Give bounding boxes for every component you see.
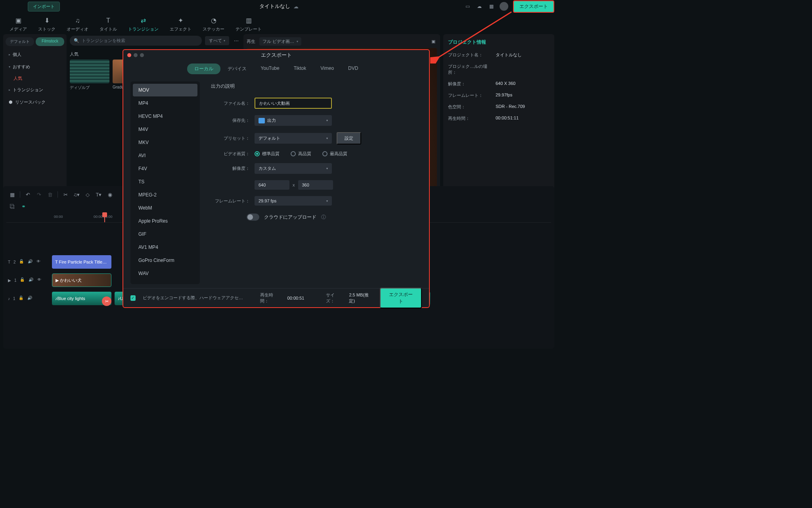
mute-icon[interactable]: 🔊 — [29, 277, 34, 283]
sidebar-sub-popular[interactable]: 人気 — [6, 74, 64, 83]
tab-sticker[interactable]: ◔ステッカー — [197, 17, 230, 32]
format-f4v[interactable]: F4V — [133, 162, 197, 175]
format-hevc[interactable]: HEVC MP4 — [133, 110, 197, 123]
title-text: タイトルなし — [259, 3, 290, 10]
tab-media[interactable]: ▣メディア — [4, 17, 33, 32]
tab-local[interactable]: ローカル — [187, 64, 220, 74]
mute-icon[interactable]: 🔊 — [28, 259, 33, 265]
maximize-icon[interactable] — [140, 53, 144, 57]
format-wav[interactable]: WAV — [133, 267, 197, 280]
marker-icon[interactable]: ◉ — [106, 191, 113, 198]
export-button[interactable]: エクスポート — [513, 0, 554, 13]
undo-icon[interactable]: ↶ — [24, 191, 31, 198]
format-gif[interactable]: GIF — [133, 228, 197, 241]
cut-badge-icon[interactable]: ✂ — [102, 296, 111, 306]
saveto-select[interactable]: 出力 ▾ — [255, 115, 332, 126]
grid-icon[interactable]: ▦ — [488, 3, 495, 10]
tab-audio[interactable]: ♫オーディオ — [61, 17, 94, 32]
quality-high[interactable]: 高品質 — [291, 151, 311, 157]
media-icon: ▣ — [14, 17, 23, 25]
nest-icon[interactable]: ⿻ — [9, 203, 16, 210]
tab-vimeo[interactable]: Vimeo — [313, 64, 341, 74]
format-mp4[interactable]: MP4 — [133, 97, 197, 110]
monitor-icon[interactable]: ▭ — [464, 3, 471, 10]
filter-select[interactable]: すべて▾ — [205, 36, 229, 45]
play-icon: ▶ — [56, 278, 59, 283]
format-prores[interactable]: Apple ProRes — [133, 215, 197, 227]
tab-effect[interactable]: ✦エフェクト — [164, 17, 197, 32]
delete-icon[interactable]: 🗑 — [46, 191, 54, 198]
sidebar-item-personal[interactable]: ▸個人 — [6, 49, 64, 60]
play-label: 再生 — [247, 38, 255, 44]
link-icon[interactable]: ⚭ — [20, 203, 27, 210]
video-clip[interactable]: ▶ かわいい犬 — [52, 273, 111, 287]
quality-best[interactable]: 最高品質 — [322, 151, 347, 157]
cloud-icon[interactable]: ☁ — [476, 3, 483, 10]
tab-dvd[interactable]: DVD — [341, 64, 365, 74]
tag-icon[interactable]: ◇ — [84, 191, 91, 198]
format-m4v[interactable]: M4V — [133, 123, 197, 136]
sidebar-item-recommend[interactable]: ▾おすすめ — [6, 62, 64, 72]
cloud-upload-toggle[interactable] — [247, 214, 259, 221]
tab-title[interactable]: Tタイトル — [94, 17, 123, 32]
close-icon[interactable] — [127, 53, 131, 57]
import-button[interactable]: インポート — [28, 2, 60, 12]
tab-tiktok[interactable]: Tiktok — [287, 64, 314, 74]
title-clip[interactable]: T Fire Particle Pack Title… — [52, 255, 111, 269]
pill-filmstock[interactable]: Filmstock — [36, 37, 64, 46]
cut-icon[interactable]: ✂ — [62, 191, 69, 198]
eye-icon[interactable]: 👁 — [37, 277, 43, 283]
format-mov[interactable]: MOV — [133, 84, 197, 96]
help-icon[interactable]: ⓘ — [321, 214, 326, 221]
format-mpeg2[interactable]: MPEG-2 — [133, 189, 197, 201]
format-mkv[interactable]: MKV — [133, 136, 197, 149]
format-avi[interactable]: AVI — [133, 149, 197, 162]
hw-accel-checkbox[interactable]: ✓ — [130, 295, 136, 301]
settings-button[interactable]: 設定 — [337, 132, 361, 144]
layout-icon[interactable]: ▦ — [9, 191, 16, 198]
tab-stock[interactable]: ⬇ストック — [33, 17, 61, 32]
tab-youtube[interactable]: YouTube — [254, 64, 287, 74]
sidebar-item-resourcepack[interactable]: ⬢リソースパック — [6, 97, 64, 108]
resolution-select[interactable]: カスタム▾ — [255, 163, 332, 174]
quality-standard[interactable]: 標準品質 — [255, 151, 280, 157]
radio-off-icon — [291, 151, 296, 156]
preview-mode-select[interactable]: フル ビデオ画…▾ — [259, 37, 301, 46]
tab-device[interactable]: デバイス — [220, 64, 254, 74]
snapshot-icon[interactable]: ▣ — [430, 38, 437, 45]
text-tool-icon[interactable]: T▾ — [95, 191, 102, 198]
eye-icon[interactable]: 👁 — [36, 259, 42, 265]
cloud-sync-icon[interactable]: ☁ — [293, 4, 299, 10]
format-ts[interactable]: TS — [133, 175, 197, 188]
lock-icon[interactable]: 🔓 — [19, 296, 24, 301]
chevron-down-icon: ▾ — [9, 65, 10, 69]
tab-transition[interactable]: ⇄トランジション — [123, 17, 164, 32]
mute-icon[interactable]: 🔊 — [27, 296, 33, 301]
sidebar-item-transitions[interactable]: ▸トランジション — [6, 85, 64, 95]
format-cineform[interactable]: GoPro CineForm — [133, 254, 197, 267]
filename-input[interactable] — [255, 98, 332, 109]
height-input[interactable]: 360 — [298, 180, 333, 190]
width-input[interactable]: 640 — [255, 180, 289, 190]
format-webm[interactable]: WebM — [133, 202, 197, 214]
text-icon: T — [55, 260, 58, 264]
more-icon[interactable]: ⋯ — [232, 38, 240, 44]
audio-tool-icon[interactable]: ♫▾ — [73, 191, 80, 198]
format-av1[interactable]: AV1 MP4 — [133, 241, 197, 254]
transition-thumb[interactable]: ディゾルブ — [70, 60, 109, 90]
modal-export-button[interactable]: エクスポート — [380, 288, 422, 308]
lock-icon[interactable]: 🔓 — [20, 277, 25, 283]
playhead[interactable] — [104, 215, 105, 222]
pill-default[interactable]: デフォルト — [6, 37, 34, 46]
fps-select[interactable]: 29.97 fps▾ — [255, 196, 332, 206]
track-type-icon: ▶ — [8, 278, 11, 283]
track-type-icon: T — [8, 260, 10, 264]
preset-select[interactable]: デフォルト▾ — [255, 133, 332, 144]
format-mp3[interactable]: MP3 — [133, 280, 197, 284]
search-input[interactable]: 🔍 トランジションを検索 — [70, 36, 202, 46]
lock-icon[interactable]: 🔓 — [19, 259, 25, 265]
minimize-icon[interactable] — [134, 53, 138, 57]
avatar[interactable] — [500, 2, 508, 11]
tab-template[interactable]: ▥テンプレート — [230, 17, 267, 32]
redo-icon[interactable]: ↷ — [35, 191, 42, 198]
